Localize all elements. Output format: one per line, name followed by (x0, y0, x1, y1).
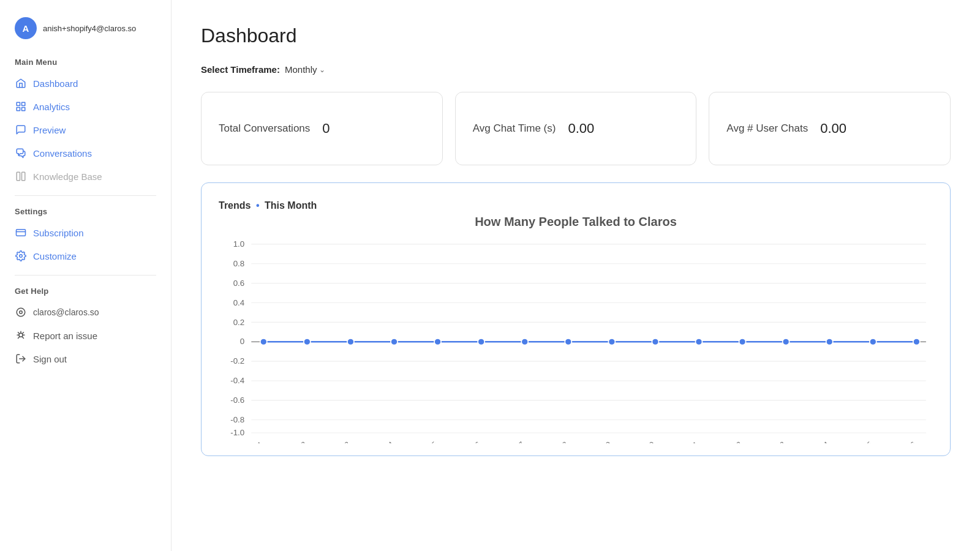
stat-avg-chat-time-value: 0.00 (568, 121, 594, 137)
preview-icon (15, 124, 27, 136)
svg-point-7 (20, 255, 23, 258)
user-email: anish+shopify4@claros.so (43, 24, 136, 33)
svg-point-44 (695, 339, 702, 345)
sidebar-item-preview[interactable]: Preview (0, 118, 171, 141)
trends-dot: • (256, 200, 260, 211)
sidebar-item-sign-out-label: Sign out (33, 354, 67, 364)
sidebar-item-customize-label: Customize (33, 251, 77, 261)
timeframe-row: Select Timeframe: Monthly ⌄ (201, 64, 951, 75)
svg-text:10/12: 10/12 (725, 440, 744, 443)
stat-card-total-conversations: Total Conversations 0 (201, 92, 443, 165)
chart-title: How Many People Talked to Claros (219, 215, 933, 229)
sidebar-item-report-issue[interactable]: Report an issue (0, 324, 171, 347)
svg-point-10 (19, 333, 23, 337)
svg-text:10/16: 10/16 (899, 440, 918, 443)
svg-text:10/14: 10/14 (812, 440, 831, 443)
svg-text:1.0: 1.0 (233, 239, 245, 249)
svg-text:10/1: 10/1 (249, 440, 265, 443)
svg-text:0.8: 0.8 (233, 259, 245, 268)
sidebar-item-subscription-label: Subscription (33, 228, 84, 238)
svg-point-35 (304, 339, 311, 345)
svg-point-43 (652, 339, 658, 345)
sidebar-item-help-email[interactable]: claros@claros.so (0, 301, 171, 324)
sidebar: A anish+shopify4@claros.so Main Menu Das… (0, 0, 172, 551)
svg-text:10/4: 10/4 (379, 440, 396, 443)
analytics-icon (15, 100, 27, 113)
chart-container: 1.0 0.8 0.6 0.4 0.2 0 -0.2 -0.4 -0.6 -0.… (219, 235, 933, 443)
sidebar-item-conversations[interactable]: Conversations (0, 141, 171, 165)
trends-section: Trends • This Month How Many People Talk… (201, 182, 951, 456)
sidebar-item-dashboard[interactable]: Dashboard (0, 72, 171, 95)
trends-label: Trends (219, 200, 251, 211)
main-menu-label: Main Menu (0, 54, 171, 72)
svg-text:0.6: 0.6 (233, 279, 245, 288)
stat-total-conversations-label: Total Conversations (219, 122, 310, 135)
timeframe-label: Select Timeframe: (201, 64, 280, 75)
get-help-label: Get Help (0, 283, 171, 301)
svg-point-46 (783, 339, 790, 345)
avatar: A (15, 17, 37, 39)
sidebar-item-sign-out[interactable]: Sign out (0, 347, 171, 370)
trends-period: This Month (265, 200, 317, 211)
page-title: Dashboard (201, 24, 951, 47)
svg-text:10/7: 10/7 (510, 440, 526, 443)
chevron-down-icon: ⌄ (319, 66, 325, 74)
gear-icon (15, 250, 27, 262)
svg-text:-0.2: -0.2 (230, 357, 244, 366)
sidebar-item-subscription[interactable]: Subscription (0, 221, 171, 244)
svg-point-36 (347, 339, 354, 345)
svg-rect-0 (17, 102, 20, 105)
user-info: A anish+shopify4@claros.so (0, 12, 171, 54)
svg-point-40 (521, 339, 528, 345)
svg-point-47 (826, 339, 833, 345)
stat-avg-user-chats-value: 0.00 (820, 121, 846, 137)
svg-rect-5 (22, 172, 25, 181)
conversations-icon (15, 147, 27, 159)
svg-point-49 (913, 339, 920, 345)
svg-text:10/8: 10/8 (553, 440, 570, 443)
timeframe-select[interactable]: Monthly ⌄ (285, 64, 326, 75)
stat-total-conversations-value: 0 (322, 121, 330, 137)
svg-text:10/5: 10/5 (423, 440, 439, 443)
svg-text:10/15: 10/15 (855, 440, 875, 443)
svg-rect-4 (17, 172, 20, 181)
sidebar-item-customize[interactable]: Customize (0, 244, 171, 268)
sidebar-item-help-email-label: claros@claros.so (33, 307, 99, 317)
svg-point-48 (870, 339, 876, 345)
stat-avg-user-chats-label: Avg # User Chats (726, 122, 808, 135)
svg-point-41 (565, 339, 571, 345)
svg-point-37 (391, 339, 398, 345)
svg-text:-1.0: -1.0 (230, 429, 244, 438)
svg-text:-0.8: -0.8 (230, 415, 244, 424)
stat-avg-chat-time-label: Avg Chat Time (s) (473, 122, 556, 135)
svg-rect-6 (17, 230, 26, 236)
sidebar-item-conversations-label: Conversations (33, 148, 92, 159)
svg-text:10/11: 10/11 (680, 440, 700, 443)
svg-point-38 (434, 339, 441, 345)
sidebar-item-knowledge-base-label: Knowledge Base (33, 171, 102, 182)
settings-section-label: Settings (0, 203, 171, 221)
svg-point-34 (260, 339, 267, 345)
svg-text:-0.6: -0.6 (230, 395, 244, 405)
svg-text:0.2: 0.2 (233, 318, 245, 327)
circle-icon (15, 306, 27, 318)
sign-out-icon (15, 353, 27, 365)
sidebar-item-knowledge-base[interactable]: Knowledge Base (0, 165, 171, 188)
timeframe-selected-value: Monthly (285, 64, 317, 75)
svg-point-42 (608, 339, 615, 345)
sidebar-item-report-issue-label: Report an issue (33, 331, 97, 341)
sidebar-item-preview-label: Preview (33, 125, 66, 135)
bug-icon (15, 329, 27, 342)
svg-text:10/3: 10/3 (336, 440, 352, 443)
stat-card-avg-user-chats: Avg # User Chats 0.00 (709, 92, 951, 165)
main-content: Dashboard Select Timeframe: Monthly ⌄ To… (172, 0, 980, 551)
svg-point-8 (17, 308, 25, 317)
subscription-icon (15, 227, 27, 239)
trends-header: Trends • This Month (219, 200, 933, 211)
sidebar-item-analytics[interactable]: Analytics (0, 95, 171, 118)
sidebar-item-analytics-label: Analytics (33, 102, 70, 112)
sidebar-divider-settings (15, 195, 156, 196)
knowledge-icon (15, 170, 27, 182)
stat-card-avg-chat-time: Avg Chat Time (s) 0.00 (455, 92, 697, 165)
svg-text:-0.4: -0.4 (230, 377, 244, 386)
